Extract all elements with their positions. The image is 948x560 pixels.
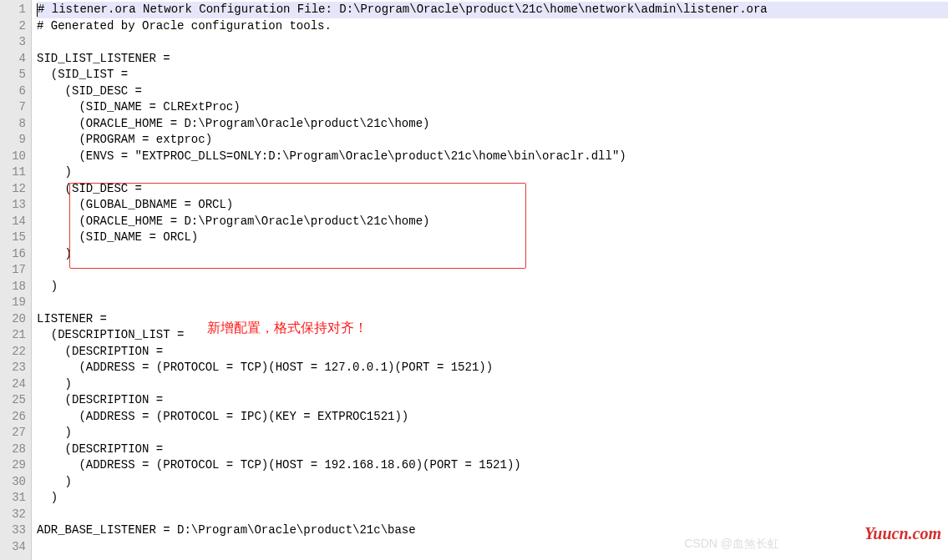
code-line[interactable]: (ORACLE_HOME = D:\Program\Oracle\product… <box>37 214 948 230</box>
code-line[interactable] <box>37 539 948 556</box>
code-line[interactable]: (DESCRIPTION = <box>37 344 948 361</box>
line-number: 8 <box>8 116 26 133</box>
code-line[interactable]: (SID_NAME = CLRExtProc) <box>37 99 948 116</box>
code-line[interactable]: ADR_BASE_LISTENER = D:\Program\Oracle\pr… <box>37 522 948 539</box>
line-number: 34 <box>8 539 26 556</box>
code-line[interactable]: (SID_NAME = ORCL) <box>37 230 948 246</box>
line-number: 18 <box>8 279 26 295</box>
line-number: 27 <box>8 425 26 441</box>
line-number: 13 <box>8 197 26 214</box>
line-number: 31 <box>8 490 26 507</box>
line-number: 3 <box>8 34 26 51</box>
line-number: 25 <box>8 392 26 409</box>
code-line[interactable]: (PROGRAM = extproc) <box>37 132 948 149</box>
line-number: 7 <box>8 99 26 116</box>
code-line[interactable]: (ENVS = "EXTPROC_DLLS=ONLY:D:\Program\Or… <box>37 149 948 165</box>
code-line[interactable]: (ADDRESS = (PROTOCOL = TCP)(HOST = 192.1… <box>37 457 948 474</box>
line-number: 15 <box>8 230 26 246</box>
code-line[interactable] <box>37 262 948 279</box>
line-number: 11 <box>8 164 26 181</box>
line-number: 19 <box>8 295 26 311</box>
line-number: 17 <box>8 262 26 279</box>
code-line[interactable]: LISTENER = <box>37 311 948 328</box>
code-line[interactable]: # Generated by Oracle configuration tool… <box>37 18 948 35</box>
code-line[interactable]: ) <box>37 490 948 507</box>
code-line[interactable] <box>37 295 948 311</box>
code-line[interactable]: (DESCRIPTION = <box>37 441 948 458</box>
line-number: 5 <box>8 67 26 83</box>
line-number: 30 <box>8 474 26 491</box>
line-number: 23 <box>8 360 26 376</box>
code-line[interactable]: (ADDRESS = (PROTOCOL = TCP)(HOST = 127.0… <box>37 360 948 376</box>
code-line[interactable]: (DESCRIPTION_LIST = <box>37 327 948 344</box>
text-cursor <box>37 3 38 17</box>
code-area[interactable]: # listener.ora Network Configuration Fil… <box>32 0 948 560</box>
code-line[interactable]: ) <box>37 425 948 441</box>
line-number: 32 <box>8 507 26 523</box>
line-number: 16 <box>8 246 26 263</box>
line-number: 29 <box>8 457 26 474</box>
code-line[interactable]: (SID_DESC = <box>37 83 948 100</box>
code-line[interactable]: (SID_DESC = <box>37 181 948 198</box>
code-line[interactable]: # listener.ora Network Configuration Fil… <box>37 2 948 18</box>
line-number: 26 <box>8 409 26 426</box>
code-line[interactable] <box>37 507 948 523</box>
code-line[interactable]: ) <box>37 279 948 295</box>
code-line[interactable] <box>37 34 948 51</box>
line-number: 14 <box>8 214 26 230</box>
line-number: 2 <box>8 18 26 35</box>
code-line[interactable]: ) <box>37 246 948 263</box>
code-line[interactable]: SID_LIST_LISTENER = <box>37 51 948 68</box>
line-number: 6 <box>8 83 26 100</box>
code-line[interactable]: (SID_LIST = <box>37 67 948 83</box>
line-number: 20 <box>8 311 26 328</box>
code-line[interactable]: ) <box>37 164 948 181</box>
code-line[interactable]: ) <box>37 474 948 491</box>
line-number: 21 <box>8 327 26 344</box>
code-line[interactable]: ) <box>37 376 948 393</box>
code-line[interactable]: (ADDRESS = (PROTOCOL = IPC)(KEY = EXTPRO… <box>37 409 948 426</box>
code-editor: 1234567891011121314151617181920212223242… <box>0 0 948 560</box>
line-number: 33 <box>8 522 26 539</box>
line-number: 10 <box>8 149 26 165</box>
line-number: 9 <box>8 132 26 149</box>
line-number: 1 <box>8 2 26 18</box>
line-number: 22 <box>8 344 26 361</box>
line-number: 4 <box>8 51 26 68</box>
line-number: 28 <box>8 441 26 458</box>
line-number: 24 <box>8 376 26 393</box>
code-line[interactable]: (GLOBAL_DBNAME = ORCL) <box>37 197 948 214</box>
line-number-gutter: 1234567891011121314151617181920212223242… <box>0 0 32 560</box>
line-number: 12 <box>8 181 26 198</box>
code-line[interactable]: (DESCRIPTION = <box>37 392 948 409</box>
code-line[interactable]: (ORACLE_HOME = D:\Program\Oracle\product… <box>37 116 948 133</box>
